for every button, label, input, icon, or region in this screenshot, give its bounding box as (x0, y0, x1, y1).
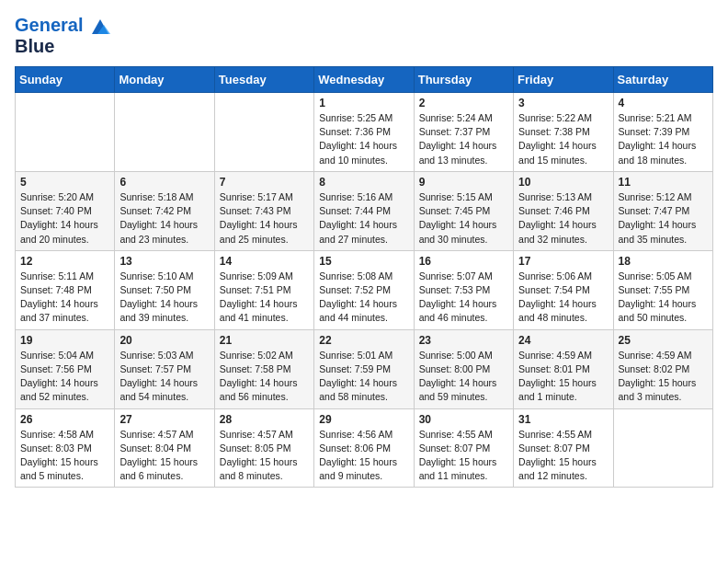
calendar-cell: 24Sunrise: 4:59 AM Sunset: 8:01 PM Dayli… (514, 329, 613, 408)
logo-text: General (15, 15, 110, 36)
day-info: Sunrise: 5:17 AM Sunset: 7:43 PM Dayligh… (220, 190, 309, 247)
page-header: General Blue (15, 15, 713, 57)
day-info: Sunrise: 5:05 AM Sunset: 7:55 PM Dayligh… (619, 270, 708, 326)
day-info: Sunrise: 5:11 AM Sunset: 7:48 PM Dayligh… (20, 270, 109, 326)
day-info: Sunrise: 5:06 AM Sunset: 7:54 PM Dayligh… (518, 270, 608, 326)
calendar-cell: 22Sunrise: 5:01 AM Sunset: 7:59 PM Dayli… (314, 329, 414, 408)
calendar-cell (214, 93, 313, 172)
day-number: 19 (20, 334, 109, 347)
calendar-table: SundayMondayTuesdayWednesdayThursdayFrid… (15, 66, 713, 488)
weekday-header-friday: Friday (514, 67, 613, 93)
calendar-week-row: 19Sunrise: 5:04 AM Sunset: 7:56 PM Dayli… (16, 329, 713, 408)
day-info: Sunrise: 5:12 AM Sunset: 7:47 PM Dayligh… (619, 190, 708, 247)
day-info: Sunrise: 4:59 AM Sunset: 8:01 PM Dayligh… (518, 349, 608, 405)
calendar-cell: 26Sunrise: 4:58 AM Sunset: 8:03 PM Dayli… (16, 408, 115, 488)
day-number: 30 (419, 413, 508, 426)
calendar-cell: 25Sunrise: 4:59 AM Sunset: 8:02 PM Dayli… (613, 329, 712, 408)
day-number: 28 (220, 413, 309, 426)
day-number: 12 (20, 255, 109, 268)
logo: General Blue (15, 15, 110, 57)
day-number: 23 (419, 334, 508, 347)
day-number: 10 (518, 176, 608, 189)
day-number: 7 (220, 176, 309, 189)
calendar-cell: 13Sunrise: 5:10 AM Sunset: 7:50 PM Dayli… (115, 250, 214, 329)
day-info: Sunrise: 5:18 AM Sunset: 7:42 PM Dayligh… (119, 190, 209, 247)
day-number: 27 (119, 413, 209, 426)
day-info: Sunrise: 5:09 AM Sunset: 7:51 PM Dayligh… (220, 270, 309, 326)
weekday-header-thursday: Thursday (414, 67, 513, 93)
day-info: Sunrise: 4:56 AM Sunset: 8:06 PM Dayligh… (319, 428, 408, 484)
calendar-cell: 3Sunrise: 5:22 AM Sunset: 7:38 PM Daylig… (514, 93, 613, 172)
day-number: 31 (518, 413, 608, 426)
calendar-cell (16, 93, 115, 172)
calendar-cell: 11Sunrise: 5:12 AM Sunset: 7:47 PM Dayli… (613, 171, 712, 250)
calendar-cell: 19Sunrise: 5:04 AM Sunset: 7:56 PM Dayli… (16, 329, 115, 408)
calendar-cell: 1Sunrise: 5:25 AM Sunset: 7:36 PM Daylig… (314, 93, 414, 172)
day-info: Sunrise: 5:04 AM Sunset: 7:56 PM Dayligh… (20, 349, 109, 405)
weekday-header-sunday: Sunday (16, 67, 115, 93)
day-number: 8 (319, 176, 408, 189)
day-info: Sunrise: 5:15 AM Sunset: 7:45 PM Dayligh… (419, 190, 508, 247)
calendar-cell: 16Sunrise: 5:07 AM Sunset: 7:53 PM Dayli… (414, 250, 513, 329)
calendar-cell: 5Sunrise: 5:20 AM Sunset: 7:40 PM Daylig… (16, 171, 115, 250)
calendar-cell: 17Sunrise: 5:06 AM Sunset: 7:54 PM Dayli… (514, 250, 613, 329)
day-info: Sunrise: 4:57 AM Sunset: 8:04 PM Dayligh… (119, 428, 209, 484)
calendar-cell: 6Sunrise: 5:18 AM Sunset: 7:42 PM Daylig… (115, 171, 214, 250)
weekday-header-tuesday: Tuesday (214, 67, 313, 93)
calendar-cell: 18Sunrise: 5:05 AM Sunset: 7:55 PM Dayli… (613, 250, 712, 329)
calendar-week-row: 26Sunrise: 4:58 AM Sunset: 8:03 PM Dayli… (16, 408, 713, 488)
day-number: 6 (119, 176, 209, 189)
calendar-cell: 21Sunrise: 5:02 AM Sunset: 7:58 PM Dayli… (214, 329, 313, 408)
weekday-header-wednesday: Wednesday (314, 67, 414, 93)
day-info: Sunrise: 5:20 AM Sunset: 7:40 PM Dayligh… (20, 190, 109, 247)
day-number: 21 (220, 334, 309, 347)
day-number: 4 (619, 97, 708, 109)
calendar-cell: 23Sunrise: 5:00 AM Sunset: 8:00 PM Dayli… (414, 329, 513, 408)
day-number: 29 (319, 413, 408, 426)
calendar-cell (115, 93, 214, 172)
day-info: Sunrise: 5:22 AM Sunset: 7:38 PM Dayligh… (518, 111, 608, 167)
day-info: Sunrise: 5:21 AM Sunset: 7:39 PM Dayligh… (619, 111, 708, 167)
day-number: 18 (619, 255, 708, 268)
day-number: 25 (619, 334, 708, 347)
day-number: 2 (419, 97, 508, 109)
calendar-cell: 12Sunrise: 5:11 AM Sunset: 7:48 PM Dayli… (16, 250, 115, 329)
day-number: 22 (319, 334, 408, 347)
calendar-cell: 31Sunrise: 4:55 AM Sunset: 8:07 PM Dayli… (514, 408, 613, 488)
calendar-cell: 4Sunrise: 5:21 AM Sunset: 7:39 PM Daylig… (613, 93, 712, 172)
day-info: Sunrise: 5:07 AM Sunset: 7:53 PM Dayligh… (419, 270, 508, 326)
day-info: Sunrise: 5:02 AM Sunset: 7:58 PM Dayligh… (220, 349, 309, 405)
day-info: Sunrise: 4:58 AM Sunset: 8:03 PM Dayligh… (20, 428, 109, 484)
day-info: Sunrise: 5:08 AM Sunset: 7:52 PM Dayligh… (319, 270, 408, 326)
day-number: 11 (619, 176, 708, 189)
day-number: 9 (419, 176, 508, 189)
calendar-week-row: 5Sunrise: 5:20 AM Sunset: 7:40 PM Daylig… (16, 171, 713, 250)
calendar-cell: 10Sunrise: 5:13 AM Sunset: 7:46 PM Dayli… (514, 171, 613, 250)
calendar-cell: 27Sunrise: 4:57 AM Sunset: 8:04 PM Dayli… (115, 408, 214, 488)
calendar-week-row: 1Sunrise: 5:25 AM Sunset: 7:36 PM Daylig… (16, 93, 713, 172)
calendar-cell: 30Sunrise: 4:55 AM Sunset: 8:07 PM Dayli… (414, 408, 513, 488)
calendar-week-row: 12Sunrise: 5:11 AM Sunset: 7:48 PM Dayli… (16, 250, 713, 329)
day-info: Sunrise: 5:13 AM Sunset: 7:46 PM Dayligh… (518, 190, 608, 247)
day-number: 1 (319, 97, 408, 109)
day-number: 16 (419, 255, 508, 268)
day-number: 14 (220, 255, 309, 268)
calendar-cell: 15Sunrise: 5:08 AM Sunset: 7:52 PM Dayli… (314, 250, 414, 329)
day-info: Sunrise: 4:55 AM Sunset: 8:07 PM Dayligh… (518, 428, 608, 484)
day-number: 20 (119, 334, 209, 347)
weekday-header-row: SundayMondayTuesdayWednesdayThursdayFrid… (16, 67, 713, 93)
calendar-cell: 14Sunrise: 5:09 AM Sunset: 7:51 PM Dayli… (214, 250, 313, 329)
day-number: 26 (20, 413, 109, 426)
day-info: Sunrise: 4:57 AM Sunset: 8:05 PM Dayligh… (220, 428, 309, 484)
logo-line2: Blue (15, 36, 110, 57)
calendar-cell: 28Sunrise: 4:57 AM Sunset: 8:05 PM Dayli… (214, 408, 313, 488)
day-info: Sunrise: 4:55 AM Sunset: 8:07 PM Dayligh… (419, 428, 508, 484)
day-info: Sunrise: 5:25 AM Sunset: 7:36 PM Dayligh… (319, 111, 408, 167)
logo-icon (90, 17, 110, 36)
calendar-cell (613, 408, 712, 488)
day-number: 17 (518, 255, 608, 268)
day-number: 3 (518, 97, 608, 109)
calendar-cell: 20Sunrise: 5:03 AM Sunset: 7:57 PM Dayli… (115, 329, 214, 408)
day-number: 15 (319, 255, 408, 268)
weekday-header-monday: Monday (115, 67, 214, 93)
